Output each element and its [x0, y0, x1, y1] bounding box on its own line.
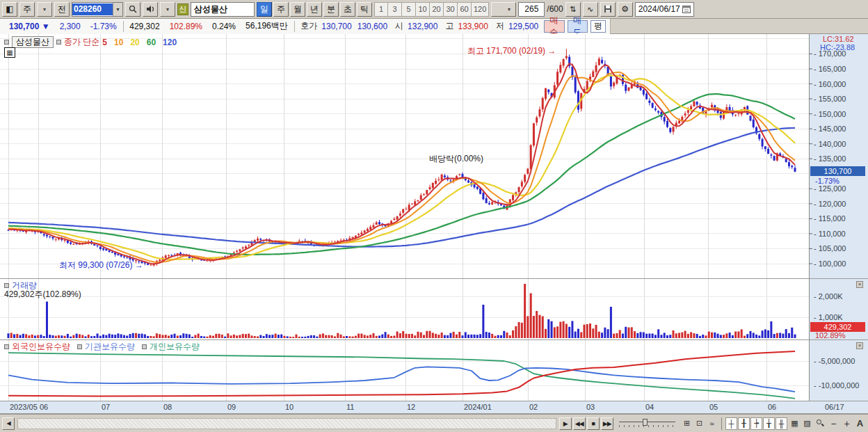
period-button-일[interactable]: 일: [257, 2, 272, 17]
calendar-icon: [682, 5, 691, 13]
chart-tab[interactable]: 삼성물산: [12, 36, 54, 48]
code-dropdown-arrow[interactable]: ▼: [113, 3, 122, 16]
price-axis-label: - 100,000: [814, 259, 864, 268]
turnover-ratio: 0.24%: [207, 22, 241, 31]
period-button-주[interactable]: 주: [273, 2, 289, 17]
interval-combo[interactable]: ▼: [491, 2, 516, 17]
merge-window-icon[interactable]: ⊞: [681, 417, 693, 430]
chart-settings-icon[interactable]: ▦: [789, 417, 801, 430]
play-button[interactable]: ▶: [559, 417, 572, 430]
period-button-분[interactable]: 분: [323, 2, 339, 17]
period-button-년[interactable]: 년: [307, 2, 322, 17]
fast-forward-button[interactable]: ▶▶: [601, 417, 613, 430]
trend-tool-button[interactable]: ∿: [583, 2, 598, 17]
stock-name-field[interactable]: 삼성물산: [191, 2, 255, 17]
open-price: 132,900: [405, 22, 440, 31]
price-axis-label: - 165,000: [814, 65, 864, 73]
trendline-tool-icon[interactable]: ≈: [706, 417, 718, 430]
interval-button-30[interactable]: 30: [444, 2, 458, 17]
legend-square-icon: [4, 40, 9, 45]
zoom-out-button[interactable]: −: [828, 417, 839, 430]
chart-canvas[interactable]: [0, 34, 868, 414]
data-table-icon[interactable]: ▦: [4, 47, 15, 58]
divider: [294, 21, 295, 32]
price-axis-label: - 170,000: [814, 49, 864, 58]
legend-square-icon: [56, 40, 61, 45]
zoom-in-button[interactable]: +: [841, 417, 853, 430]
bar-count-value: 265: [524, 4, 538, 14]
slider-thumb[interactable]: [643, 419, 648, 426]
stop-button[interactable]: ■: [587, 417, 600, 430]
price-axis-label: - 105,000: [814, 244, 864, 253]
divider: [721, 417, 722, 430]
bar-chart-type-icon[interactable]: ┼: [725, 417, 737, 430]
period-button-틱[interactable]: 틱: [357, 2, 372, 17]
interval-button-20[interactable]: 20: [430, 2, 444, 17]
volume-panel-close-icon[interactable]: ×: [856, 281, 863, 288]
area-chart-type-icon[interactable]: ╁: [763, 417, 775, 430]
overlay-window-icon[interactable]: ⊡: [693, 417, 705, 430]
sound-combo-arrow[interactable]: ▼: [160, 2, 175, 17]
x-axis-label: 05: [709, 403, 718, 411]
legend-ma-10: 10: [114, 38, 123, 47]
volume-ratio: 102.89%: [165, 22, 207, 31]
holdings-axis-label: - -10,000,000: [814, 381, 864, 390]
snapshot-icon[interactable]: ▨: [801, 417, 813, 430]
current-price: 130,700 ▼: [4, 22, 55, 31]
interval-button-60[interactable]: 60: [458, 2, 472, 17]
chart-scrollbar[interactable]: [17, 418, 556, 429]
prev-stock-button[interactable]: 전: [54, 2, 70, 17]
rewind-button[interactable]: ◀◀: [573, 417, 586, 430]
prev-stock-label: 전: [58, 3, 66, 15]
interval-button-10[interactable]: 10: [416, 2, 430, 17]
x-axis-current-date: 06/17: [825, 403, 844, 411]
price-info-bar: 130,700 ▼ 2,300 -1.73% 429,302 102.89% 0…: [0, 19, 868, 34]
current-price-pct: -1.73%: [815, 177, 839, 185]
zoom-search-button[interactable]: [814, 417, 826, 430]
sell-button[interactable]: 매도: [568, 20, 588, 33]
bar-count-input[interactable]: 265: [518, 2, 545, 17]
interval-button-1[interactable]: 1: [374, 2, 388, 17]
stock-search-button[interactable]: [125, 2, 140, 17]
frame-combo[interactable]: 주: [19, 2, 35, 17]
line-chart-type-icon[interactable]: ┾: [750, 417, 762, 430]
price-axis-label: - 155,000: [814, 95, 864, 103]
save-button[interactable]: [600, 2, 616, 17]
scroll-left-button[interactable]: ◀: [2, 417, 15, 430]
avg-button[interactable]: 평: [590, 20, 606, 33]
x-axis-label: 09: [227, 403, 236, 411]
volume-axis-label: - 2,000K: [814, 292, 864, 301]
window-panel-icon[interactable]: ◧: [2, 2, 17, 17]
date-field[interactable]: 2024/06/17: [635, 2, 694, 17]
chart-area[interactable]: 삼성물산 종가 단순 5102060120 ▦ 최고 171,700 (02/1…: [0, 34, 868, 414]
candle-chart-type-icon[interactable]: ╂: [738, 417, 750, 430]
ohlc-chart-type-icon[interactable]: ╫: [775, 417, 787, 430]
interval-button-120[interactable]: 120: [472, 2, 489, 17]
period-button-월[interactable]: 월: [290, 2, 305, 17]
gear-icon: ⚙: [621, 4, 629, 14]
price-axis-label: - 110,000: [814, 230, 864, 238]
trade-value: 56,196백만: [241, 20, 293, 32]
volume-axis-label: - 1,000K: [814, 313, 864, 321]
chevron-down-icon: ▼: [164, 7, 172, 12]
volume-value: 429,302: [124, 22, 164, 31]
stock-code-field: ▼: [72, 2, 123, 17]
buy-button[interactable]: 매수: [544, 20, 564, 33]
settings-button[interactable]: ⚙: [618, 2, 633, 17]
frame-combo-label: 주: [23, 3, 31, 15]
x-axis-label: 10: [285, 403, 294, 411]
holdings-panel-close-icon[interactable]: ×: [856, 342, 863, 349]
speed-slider[interactable]: [619, 418, 675, 429]
x-axis-label: 02: [529, 403, 538, 411]
sound-button[interactable]: [143, 2, 158, 17]
stock-code-input[interactable]: [72, 3, 113, 15]
interval-button-5[interactable]: 5: [402, 2, 416, 17]
interval-button-3[interactable]: 3: [388, 2, 402, 17]
holdings-legend-label: 기관보유수량: [85, 341, 135, 353]
frame-combo-arrow[interactable]: ▼: [37, 2, 52, 17]
period-button-초[interactable]: 초: [340, 2, 355, 17]
font-button[interactable]: A: [854, 417, 866, 430]
price-axis-label: - 120,000: [814, 200, 864, 208]
top-toolbar: ◧ 주 ▼ 전 ▼ ▼ 신 삼성물산 일주월년분초틱 1351020306012…: [0, 0, 868, 19]
low-price: 129,500: [506, 22, 541, 31]
